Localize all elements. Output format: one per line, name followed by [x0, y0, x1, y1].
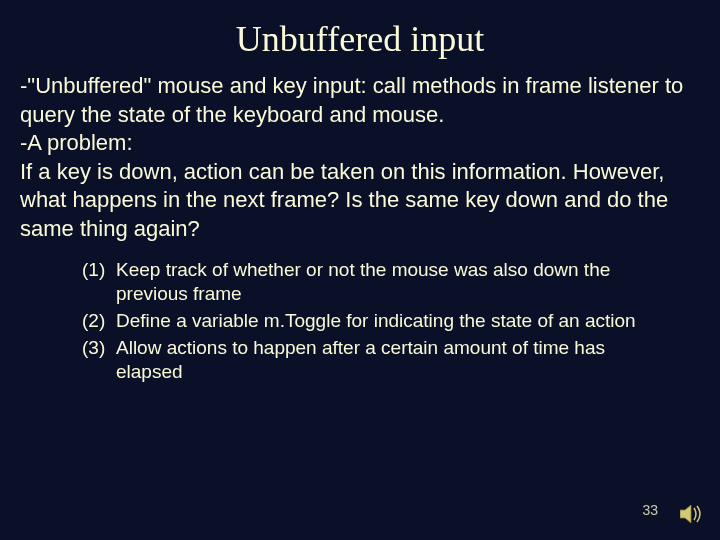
paragraph-1: -"Unbuffered" mouse and key input: call …	[20, 72, 700, 129]
list-text: Keep track of whether or not the mouse w…	[116, 258, 670, 307]
speaker-icon[interactable]	[680, 504, 704, 524]
list-marker: (2)	[82, 309, 116, 334]
slide-title: Unbuffered input	[20, 18, 700, 60]
slide: Unbuffered input -"Unbuffered" mouse and…	[0, 0, 720, 540]
paragraph-3: If a key is down, action can be taken on…	[20, 158, 700, 244]
list-marker: (3)	[82, 336, 116, 385]
paragraph-2: -A problem:	[20, 129, 700, 158]
list-item: (3) Allow actions to happen after a cert…	[82, 336, 670, 385]
page-number: 33	[642, 502, 658, 518]
list-marker: (1)	[82, 258, 116, 307]
list-item: (1) Keep track of whether or not the mou…	[82, 258, 670, 307]
list-text: Define a variable m.Toggle for indicatin…	[116, 309, 670, 334]
list-item: (2) Define a variable m.Toggle for indic…	[82, 309, 670, 334]
numbered-list: (1) Keep track of whether or not the mou…	[82, 258, 670, 385]
list-text: Allow actions to happen after a certain …	[116, 336, 670, 385]
svg-marker-0	[680, 505, 691, 523]
body-text: -"Unbuffered" mouse and key input: call …	[20, 72, 700, 244]
